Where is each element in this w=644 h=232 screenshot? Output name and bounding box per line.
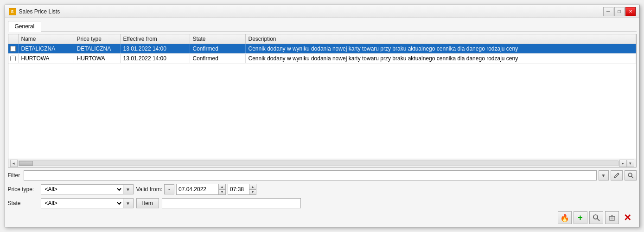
cell-state-1: Confirmed <box>190 44 246 53</box>
state-label: State <box>8 200 38 206</box>
tab-bar: General <box>8 21 637 32</box>
svg-rect-5 <box>610 216 614 220</box>
filter-label: Filter <box>8 172 22 179</box>
price-type-row: Price type: <All> ▼ Valid from: - ▲ ▼ <box>8 183 637 195</box>
scroll-indicator: ◂ ▸ ▾ <box>8 160 636 167</box>
close-icon: ✕ <box>624 212 631 223</box>
valid-from-minus-button[interactable]: - <box>164 184 174 194</box>
row-checkbox-2[interactable] <box>10 56 16 61</box>
magnifier-icon <box>627 172 634 179</box>
tab-general[interactable]: General <box>8 21 42 32</box>
flame-icon: 🔥 <box>560 213 569 222</box>
state-select-container: <All> ▼ <box>41 198 134 208</box>
filter-edit-button[interactable] <box>611 170 623 180</box>
window-title: Sales Price Lists <box>19 8 60 15</box>
table-row[interactable]: DETALICZNA DETALICZNA 13.01.2022 14:00 C… <box>8 44 636 54</box>
cell-effective-from-1: 13.01.2022 14:00 <box>121 44 190 53</box>
col-header-effective-from: Effective from <box>121 34 190 44</box>
date-spin-buttons: ▲ ▼ <box>218 184 225 194</box>
cell-name-2: HURTOWA <box>19 54 74 63</box>
add-button[interactable]: + <box>574 211 587 224</box>
trash-icon <box>608 214 616 221</box>
scroll-down-arrow[interactable]: ▾ <box>627 160 634 167</box>
scroll-left-arrow[interactable]: ◂ <box>10 160 18 167</box>
price-type-select-container: <All> ▼ <box>41 184 134 194</box>
time-spin-buttons: ▲ ▼ <box>249 184 256 194</box>
time-input[interactable] <box>228 184 249 194</box>
delete-button[interactable] <box>605 211 619 224</box>
item-text-input[interactable] <box>162 198 301 208</box>
close-window-button[interactable]: ✕ <box>625 7 636 16</box>
data-table-container: Name Price type Effective from State Des… <box>8 34 637 168</box>
flame-button[interactable]: 🔥 <box>558 211 572 224</box>
date-input-container: ▲ ▼ <box>176 184 226 195</box>
col-header-price-type: Price type <box>74 34 121 44</box>
scroll-thumb[interactable] <box>19 161 33 166</box>
cell-description-1: Cennik dodany w wyniku dodania nowej kar… <box>246 44 636 53</box>
scroll-right-arrow[interactable]: ▸ <box>619 160 627 167</box>
main-window: S Sales Price Lists ─ □ ✕ General Name P… <box>5 5 640 227</box>
window-icon: S <box>9 8 16 15</box>
scroll-track[interactable] <box>19 161 618 166</box>
cell-price-type-2: HURTOWA <box>74 54 121 63</box>
search-icon <box>593 214 600 221</box>
cell-name-1: DETALICZNA <box>19 44 74 53</box>
cell-price-type-1: DETALICZNA <box>74 44 121 53</box>
filter-row: Filter ▼ <box>8 169 637 181</box>
row-checkbox-cell <box>8 44 19 53</box>
scroll-right-arrows: ▸ ▾ <box>619 160 634 167</box>
title-bar: S Sales Price Lists ─ □ ✕ <box>5 5 639 18</box>
row-checkbox-1[interactable] <box>10 46 16 52</box>
svg-point-3 <box>593 215 598 219</box>
maximize-button[interactable]: □ <box>614 7 625 16</box>
state-row: State <All> ▼ Item <box>8 197 637 209</box>
horizontal-scrollbar: ◂ ▸ ▾ <box>8 159 636 167</box>
date-spin-down[interactable]: ▼ <box>219 190 225 195</box>
date-input[interactable] <box>177 184 218 194</box>
col-header-checkbox <box>8 34 19 44</box>
state-select[interactable]: <All> <box>41 198 123 208</box>
svg-line-2 <box>631 176 633 178</box>
time-spin-down[interactable]: ▼ <box>249 190 256 195</box>
col-header-description: Description <box>246 34 636 44</box>
date-spin-up[interactable]: ▲ <box>219 184 225 190</box>
price-type-dropdown-arrow[interactable]: ▼ <box>123 184 134 194</box>
filter-search-button[interactable] <box>625 170 637 180</box>
table-body: DETALICZNA DETALICZNA 13.01.2022 14:00 C… <box>8 44 636 159</box>
cell-description-2: Cennik dodany w wyniku dodania nowej kar… <box>246 54 636 63</box>
valid-from-label: Valid from: <box>136 186 162 193</box>
filter-input[interactable] <box>24 170 597 180</box>
pencil-icon <box>613 172 620 179</box>
filter-dropdown-button[interactable]: ▼ <box>599 170 609 180</box>
cell-effective-from-2: 13.01.2022 14:00 <box>121 54 190 63</box>
col-header-name: Name <box>19 34 74 44</box>
title-bar-left: S Sales Price Lists <box>9 8 60 15</box>
state-dropdown-arrow[interactable]: ▼ <box>123 198 134 208</box>
search-button[interactable] <box>589 211 603 224</box>
svg-line-4 <box>597 219 599 221</box>
minimize-button[interactable]: ─ <box>603 7 613 16</box>
table-header: Name Price type Effective from State Des… <box>8 34 636 44</box>
close-button[interactable]: ✕ <box>621 211 635 224</box>
window-content: General Name Price type Effective from S… <box>5 18 639 227</box>
title-buttons: ─ □ ✕ <box>603 7 636 16</box>
time-input-container: ▲ ▼ <box>228 184 256 195</box>
item-button[interactable]: Item <box>136 198 159 208</box>
time-spin-up[interactable]: ▲ <box>249 184 256 190</box>
action-buttons-row: 🔥 + ✕ <box>8 211 637 224</box>
svg-point-1 <box>628 173 632 177</box>
cell-state-2: Confirmed <box>190 54 246 63</box>
valid-from-section: Valid from: - ▲ ▼ ▲ ▼ <box>136 184 256 195</box>
col-header-state: State <box>190 34 246 44</box>
row-checkbox-cell <box>8 54 19 63</box>
add-icon: + <box>578 213 583 223</box>
table-row[interactable]: HURTOWA HURTOWA 13.01.2022 14:00 Confirm… <box>8 54 636 64</box>
price-type-label: Price type: <box>8 186 38 193</box>
price-type-select[interactable]: <All> <box>41 184 123 194</box>
